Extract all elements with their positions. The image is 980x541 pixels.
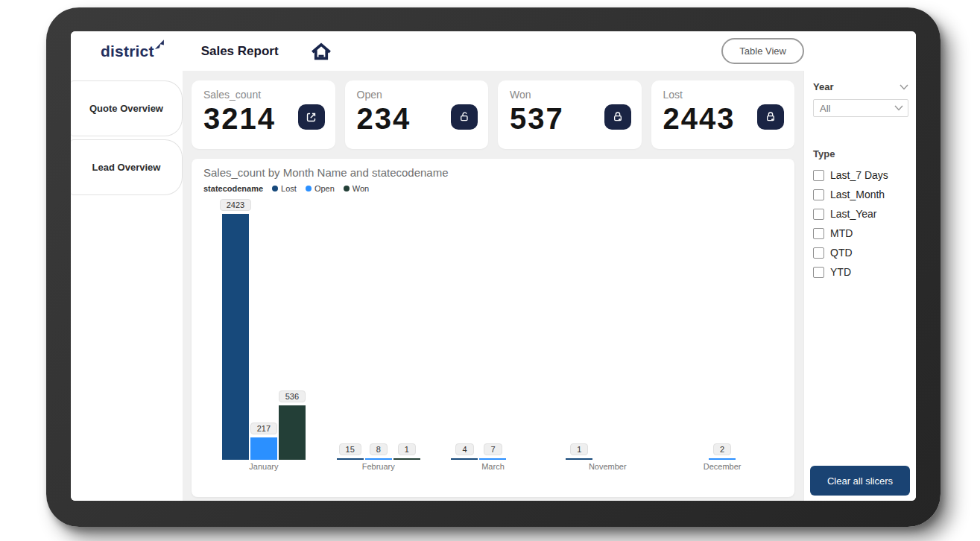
bar-value-label: 1: [398, 443, 416, 455]
sidebar-item-lead-overview[interactable]: Lead Overview: [71, 139, 183, 195]
bar-value-label: 7: [484, 443, 502, 455]
bar-open-december[interactable]: [709, 458, 736, 460]
unlock-icon[interactable]: [451, 104, 478, 130]
device-frame: district Sales Report Table View Quote O…: [46, 7, 941, 527]
type-option-label: YTD: [830, 266, 851, 278]
legend-dot-icon: [344, 186, 350, 192]
type-option-qtd[interactable]: QTD: [813, 243, 908, 262]
x-axis-label-january: January: [206, 462, 321, 471]
bar-lost-february[interactable]: [337, 458, 364, 460]
filter-panel: Year All Type Last_7 DaysLast_MonthLast_…: [803, 71, 916, 501]
kpi-card-lost: Lost 2443: [651, 80, 795, 149]
legend-item-won[interactable]: Won: [344, 184, 369, 193]
legend-title: statecodename: [203, 184, 263, 193]
year-select[interactable]: All: [813, 99, 908, 117]
table-view-button[interactable]: Table View: [721, 38, 804, 64]
type-option-label: QTD: [830, 247, 853, 259]
chart-title: Sales_count by Month Name and statecoden…: [203, 166, 783, 179]
bar-value-label: 8: [370, 443, 388, 455]
bar-slot: 4: [451, 443, 478, 460]
page-title: Sales Report: [201, 44, 279, 59]
year-select-value: All: [820, 103, 830, 114]
bar-group-february: 1581: [321, 443, 436, 460]
checkbox-icon[interactable]: [813, 170, 824, 181]
type-option-last-month[interactable]: Last_Month: [813, 185, 908, 204]
kpi-label: Won: [510, 89, 630, 101]
bar-value-label: 4: [455, 443, 473, 455]
bar-group-november: 1: [550, 443, 665, 460]
main-area: Sales_count 3214 Open 234 Won 537: [183, 71, 803, 501]
year-slicer-header[interactable]: Year: [813, 81, 908, 92]
kpi-row: Sales_count 3214 Open 234 Won 537: [192, 80, 794, 149]
type-option-label: Last_7 Days: [830, 169, 888, 181]
logo-text: district: [101, 42, 154, 60]
chart-plot: 242321753615814712: [203, 197, 783, 460]
legend-item-open[interactable]: Open: [306, 184, 335, 193]
bar-slot: 2423: [222, 199, 249, 460]
bar-open-january[interactable]: [250, 437, 277, 460]
checkbox-icon[interactable]: [813, 209, 824, 220]
kpi-label: Open: [357, 89, 477, 101]
lock-icon[interactable]: [604, 104, 631, 130]
kpi-label: Lost: [663, 89, 783, 101]
checkbox-icon[interactable]: [813, 228, 824, 239]
legend-item-lost[interactable]: Lost: [272, 184, 297, 193]
bar-lost-january[interactable]: [222, 214, 249, 460]
arrow-up-right-icon: [153, 38, 165, 54]
type-option-ytd[interactable]: YTD: [813, 262, 908, 282]
type-label: Type: [813, 148, 908, 159]
chevron-down-icon[interactable]: [900, 84, 908, 90]
type-option-mtd[interactable]: MTD: [813, 224, 908, 243]
bar-value-label: 536: [279, 390, 306, 402]
bar-won-january[interactable]: [279, 405, 306, 460]
bar-value-label: 2: [713, 443, 731, 455]
bar-value-label: 217: [250, 423, 277, 434]
legend-dot-icon: [306, 186, 312, 192]
export-chart-icon[interactable]: [298, 104, 325, 130]
kpi-label: Sales_count: [203, 89, 323, 101]
bar-open-march[interactable]: [479, 458, 506, 460]
clear-all-slicers-button[interactable]: Clear all slicers: [810, 466, 910, 496]
checkbox-icon[interactable]: [813, 267, 824, 278]
checkbox-icon[interactable]: [813, 247, 824, 259]
bar-lost-november[interactable]: [566, 458, 592, 460]
bar-group-march: 47: [436, 443, 551, 460]
bar-value-label: 15: [339, 443, 361, 455]
bar-slot: 217: [250, 423, 277, 460]
chart-card: Sales_count by Month Name and statecoden…: [192, 159, 794, 497]
legend-dot-icon: [272, 186, 278, 192]
year-label: Year: [813, 81, 833, 92]
bar-slot: 536: [279, 390, 306, 460]
chevron-down-icon: [894, 105, 903, 111]
type-option-label: Last_Month: [830, 189, 885, 200]
checkbox-icon[interactable]: [813, 189, 824, 200]
bar-slot: 7: [479, 443, 506, 460]
type-option-last-year[interactable]: Last_Year: [813, 204, 908, 224]
type-option-label: Last_Year: [830, 208, 877, 220]
kpi-card-won: Won 537: [498, 80, 642, 149]
chart-legend: statecodename LostOpenWon: [203, 184, 783, 193]
home-icon[interactable]: [310, 41, 332, 62]
sidebar-item-quote-overview[interactable]: Quote Overview: [71, 80, 183, 136]
bar-value-label: 2423: [220, 199, 251, 211]
lock-icon[interactable]: [757, 104, 784, 130]
bar-slot: 1: [566, 443, 592, 460]
type-option-list: Last_7 DaysLast_MonthLast_YearMTDQTDYTD: [813, 165, 908, 282]
x-axis-label-december: December: [665, 462, 780, 471]
bar-slot: 2: [709, 443, 736, 460]
app-screen: district Sales Report Table View Quote O…: [71, 31, 916, 501]
type-option-label: MTD: [830, 227, 853, 239]
bar-group-december: 2: [665, 443, 780, 460]
district-logo: district: [101, 42, 165, 60]
bar-slot: 15: [337, 443, 364, 460]
type-option-last-7-days[interactable]: Last_7 Days: [813, 165, 908, 185]
x-axis-label-february: February: [321, 462, 436, 471]
bar-value-label: 1: [570, 443, 588, 455]
app-body: Quote Overview Lead Overview Sales_count…: [71, 71, 916, 501]
bar-won-february[interactable]: [393, 458, 420, 460]
legend-label: Open: [314, 184, 335, 193]
x-axis-label-november: November: [550, 462, 665, 471]
bar-open-february[interactable]: [365, 458, 392, 460]
bar-lost-march[interactable]: [451, 458, 478, 460]
kpi-card-open: Open 234: [345, 80, 489, 149]
